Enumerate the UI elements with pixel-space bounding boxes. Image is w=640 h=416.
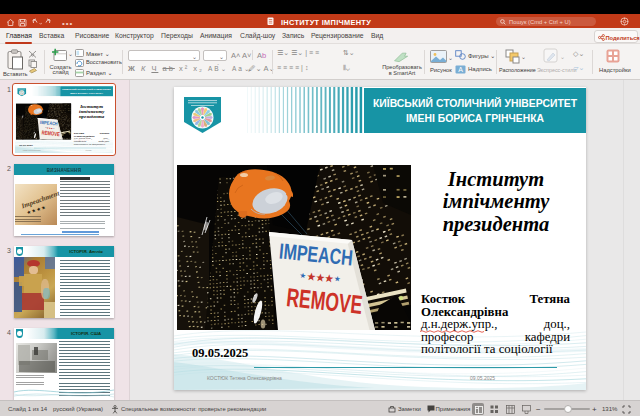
svg-text:A: A <box>458 66 463 73</box>
svg-text:★: ★ <box>300 271 307 279</box>
svg-text:★: ★ <box>324 272 334 284</box>
svg-text:★: ★ <box>334 275 341 283</box>
